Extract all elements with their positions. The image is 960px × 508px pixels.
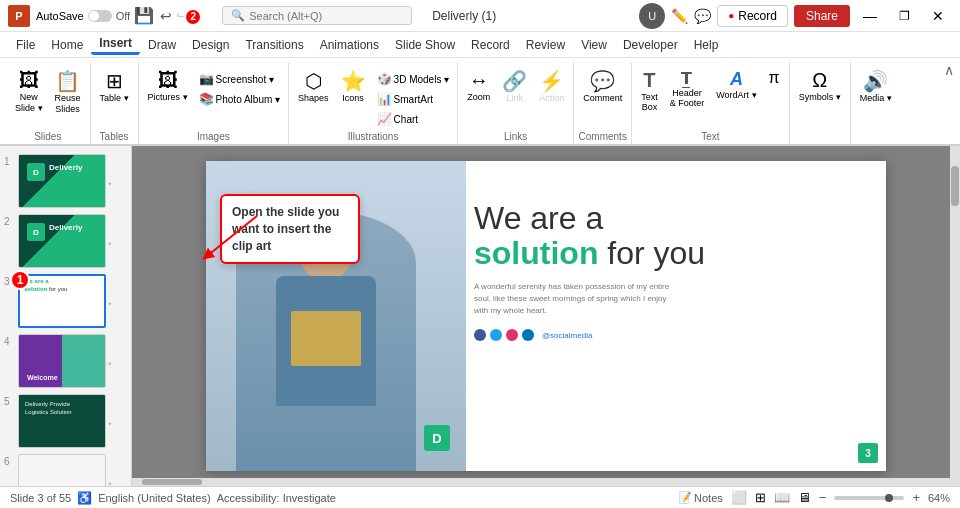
reuse-slides-button[interactable]: 📋 ReuseSlides <box>50 66 86 118</box>
slide-heading-highlight: solution <box>474 235 598 271</box>
menu-record[interactable]: Record <box>463 36 518 54</box>
search-bar[interactable]: 🔍 <box>222 6 412 25</box>
slide-heading-rest: for you <box>598 235 705 271</box>
menu-animations[interactable]: Animations <box>312 36 387 54</box>
zoom-slider[interactable] <box>834 496 904 500</box>
screenshot-button[interactable]: 📷 Screenshot ▾ <box>195 70 284 88</box>
slide-number-4: 4 <box>4 334 18 347</box>
social-links: @socialmedia <box>474 329 874 341</box>
presenter-view-button[interactable]: 🖥 <box>798 490 811 505</box>
slide-image-2[interactable]: D Deliverly <box>18 214 106 268</box>
ribbon-collapse-button[interactable]: ∧ <box>944 62 954 78</box>
chart-button[interactable]: 📈 Chart <box>373 110 454 128</box>
photo-album-button[interactable]: 📚 Photo Album ▾ <box>195 90 284 108</box>
table-button[interactable]: ⊞ Table ▾ <box>95 66 134 106</box>
slide-image-3[interactable]: We are a solution for you <box>18 274 106 328</box>
slide-image-4[interactable]: Welcome <box>18 334 106 388</box>
screenshot-icon: 📷 <box>199 72 214 86</box>
slide-right-content: We are a solution for you A wonderful se… <box>474 201 874 341</box>
textbox-icon: T <box>643 69 655 92</box>
notes-icon: 📝 <box>678 491 692 504</box>
menu-view[interactable]: View <box>573 36 615 54</box>
minimize-button[interactable]: — <box>856 5 884 27</box>
symbols-button[interactable]: Ω Symbols ▾ <box>794 66 846 105</box>
slide-view-button[interactable]: ⬜ <box>731 490 747 505</box>
autosave-toggle[interactable] <box>88 10 112 22</box>
status-right: 📝 Notes ⬜ ⊞ 📖 🖥 − + 64% <box>678 490 950 505</box>
reuse-slides-icon: 📋 <box>55 69 80 93</box>
link-button[interactable]: 🔗 Link <box>497 66 532 106</box>
title-bar: P AutoSave Off 💾 ↩ ↪ 2 🔍 Deliverly (1) U… <box>0 0 960 32</box>
comment-button[interactable]: 💬 Comment <box>578 66 627 106</box>
close-button[interactable]: ✕ <box>924 5 952 27</box>
smartart-button[interactable]: 📊 SmartArt <box>373 90 454 108</box>
new-slide-button[interactable]: 🖼 NewSlide ▾ <box>10 66 48 117</box>
zoom-button[interactable]: ↔ Zoom <box>462 66 495 105</box>
slide-thumb-4[interactable]: 4 Welcome * <box>0 330 131 390</box>
slide-thumb-5[interactable]: 5 Deliverly ProvideLogistics Solution * <box>0 390 131 450</box>
ribbon-group-media-label <box>855 142 897 144</box>
record-button[interactable]: ● Record <box>717 5 788 27</box>
share-button[interactable]: Share <box>794 5 850 27</box>
maximize-button[interactable]: ❐ <box>890 5 918 27</box>
link-icon: 🔗 <box>502 69 527 93</box>
slide-thumb-3[interactable]: 3 1 We are a solution for you * <box>0 270 131 330</box>
menu-file[interactable]: File <box>8 36 43 54</box>
slide-thumb-2[interactable]: 2 D Deliverly * <box>0 210 131 270</box>
menu-slideshow[interactable]: Slide Show <box>387 36 463 54</box>
slide-number-1: 1 <box>4 154 18 167</box>
textbox-button[interactable]: T TextBox <box>636 66 663 115</box>
title-text: Deliverly (1) <box>432 9 496 23</box>
menu-bar: File Home Insert Draw Design Transitions… <box>0 32 960 58</box>
d-badge-left: D <box>424 425 450 451</box>
horizontal-scrollbar[interactable] <box>132 478 950 486</box>
slide-image-1[interactable]: D Deliverly <box>18 154 106 208</box>
ribbon-group-comments: 💬 Comment Comments <box>574 62 632 144</box>
search-input[interactable] <box>249 10 389 22</box>
menu-home[interactable]: Home <box>43 36 91 54</box>
edit-icon[interactable]: ✏️ <box>671 8 688 24</box>
vertical-scrollbar[interactable] <box>950 146 960 486</box>
menu-help[interactable]: Help <box>686 36 727 54</box>
menu-developer[interactable]: Developer <box>615 36 686 54</box>
ribbon-group-images: 🖼 Pictures ▾ 📷 Screenshot ▾ 📚 Photo Albu… <box>139 62 290 144</box>
media-button[interactable]: 🔊 Media ▾ <box>855 66 897 106</box>
shapes-button[interactable]: ⬡ Shapes <box>293 66 334 106</box>
ribbon-group-illustrations: ⬡ Shapes ⭐ Icons 🎲 3D Models ▾ 📊 SmartAr… <box>289 62 458 144</box>
menu-draw[interactable]: Draw <box>140 36 184 54</box>
save-button[interactable]: 💾 <box>134 6 154 25</box>
3d-models-button[interactable]: 🎲 3D Models ▾ <box>373 70 454 88</box>
status-bar: Slide 3 of 55 ♿ English (United States) … <box>0 486 960 508</box>
autosave-area: AutoSave Off <box>36 10 130 22</box>
ribbon-group-text: T TextBox T̲ Header& Footer A WordArt ▾ … <box>632 62 789 144</box>
zoom-in-button[interactable]: + <box>912 490 920 505</box>
slide-thumb-1[interactable]: 1 D Deliverly * <box>0 150 131 210</box>
3d-models-icon: 🎲 <box>377 72 392 86</box>
equation-icon: π <box>769 69 780 87</box>
action-button[interactable]: ⚡ Action <box>534 66 569 106</box>
slide-number-badge: 3 <box>858 443 878 463</box>
ribbon-group-symbols: Ω Symbols ▾ <box>790 62 851 144</box>
menu-transitions[interactable]: Transitions <box>237 36 311 54</box>
menu-insert[interactable]: Insert <box>91 34 140 55</box>
menu-design[interactable]: Design <box>184 36 237 54</box>
pictures-button[interactable]: 🖼 Pictures ▾ <box>143 66 193 105</box>
wordart-button[interactable]: A WordArt ▾ <box>711 66 761 103</box>
header-footer-button[interactable]: T̲ Header& Footer <box>665 66 710 111</box>
undo-button[interactable]: ↩ <box>160 8 172 24</box>
equation-button[interactable]: π <box>764 66 785 90</box>
ribbon-group-links: ↔ Zoom 🔗 Link ⚡ Action Links <box>458 62 574 144</box>
slide-thumb-6[interactable]: 6 * <box>0 450 131 486</box>
comment-icon[interactable]: 💬 <box>694 8 711 24</box>
menu-review[interactable]: Review <box>518 36 573 54</box>
slide-number-2: 2 <box>4 214 18 227</box>
slide-image-6[interactable] <box>18 454 106 486</box>
reading-view-button[interactable]: 📖 <box>774 490 790 505</box>
icons-button[interactable]: ⭐ Icons <box>336 66 371 106</box>
grid-view-button[interactable]: ⊞ <box>755 490 766 505</box>
accessibility-icon: ♿ <box>77 491 92 505</box>
zoom-out-button[interactable]: − <box>819 490 827 505</box>
ribbon-group-links-label: Links <box>462 131 569 144</box>
slide-image-5[interactable]: Deliverly ProvideLogistics Solution <box>18 394 106 448</box>
notes-button[interactable]: 📝 Notes <box>678 491 723 504</box>
